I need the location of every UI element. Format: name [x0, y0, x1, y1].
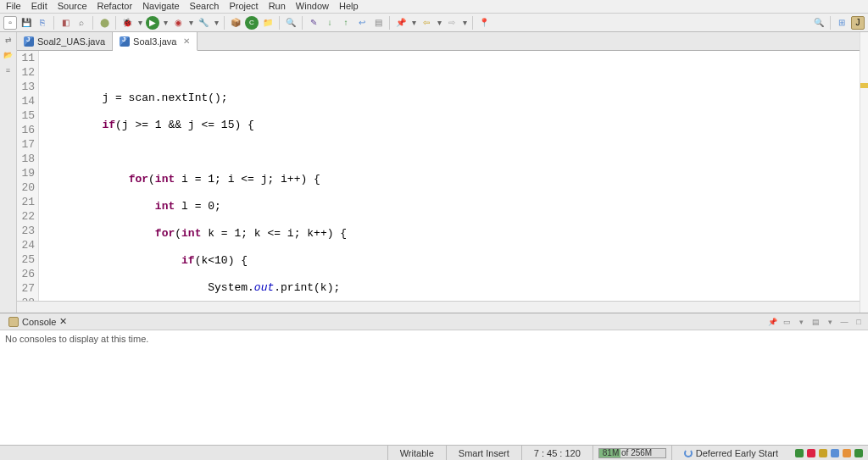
- pin-editor-icon[interactable]: 📍: [477, 16, 491, 30]
- toggle-mark-icon[interactable]: ✎: [307, 16, 320, 30]
- new-package-icon[interactable]: 📦: [229, 16, 242, 30]
- tray-icon[interactable]: [843, 449, 851, 457]
- console-icon: [8, 317, 19, 327]
- perspective-icon[interactable]: ⊞: [835, 16, 849, 30]
- separator: [92, 16, 93, 30]
- tray-icon[interactable]: [795, 449, 804, 457]
- dropdown-icon[interactable]: ▾: [410, 16, 417, 30]
- status-cursor-pos: 7 : 45 : 120: [521, 446, 593, 460]
- tray-icon[interactable]: [807, 449, 815, 457]
- new-class-icon[interactable]: C: [245, 16, 259, 30]
- menu-refactor[interactable]: Refactor: [93, 1, 137, 12]
- open-type-icon[interactable]: ⌕: [75, 16, 88, 30]
- separator: [472, 16, 473, 30]
- minimize-icon[interactable]: —: [838, 316, 850, 328]
- last-edit-icon[interactable]: ↩: [355, 16, 369, 30]
- menu-run[interactable]: Run: [264, 1, 290, 12]
- menu-search[interactable]: Search: [186, 1, 224, 12]
- status-writable: Writable: [387, 446, 446, 460]
- horizontal-scrollbar[interactable]: [17, 301, 860, 313]
- line-gutter: 1112131415 1617181920 2122232425 2627282…: [17, 51, 39, 301]
- run-icon[interactable]: ▶: [146, 16, 159, 30]
- minimize-icon[interactable]: ⇄: [3, 36, 14, 47]
- back-icon[interactable]: ⇦: [420, 16, 433, 30]
- toggle-block-icon[interactable]: ▤: [371, 16, 385, 30]
- dropdown-icon[interactable]: ▾: [162, 16, 169, 30]
- console-view: Console ✕ 📌 ▭ ▾ ▤ ▾ — □ No consoles to d…: [0, 313, 868, 445]
- prev-annotation-icon[interactable]: ↑: [339, 16, 353, 30]
- quick-access-icon[interactable]: 🔍: [812, 16, 826, 30]
- dropdown-icon[interactable]: ▾: [213, 16, 220, 30]
- new-folder-icon[interactable]: 📁: [261, 16, 275, 30]
- dropdown-icon[interactable]: ▾: [436, 16, 442, 30]
- editor-tab-soal2[interactable]: Soal2_UAS.java: [17, 32, 113, 50]
- save-icon[interactable]: 💾: [19, 16, 33, 30]
- code-editor[interactable]: 1112131415 1617181920 2122232425 2627282…: [17, 51, 860, 301]
- status-deferred: Deferred Early Start: [671, 446, 790, 460]
- dropdown-icon[interactable]: ▾: [824, 316, 836, 328]
- dropdown-icon[interactable]: ▾: [187, 16, 194, 30]
- external-tools-icon[interactable]: 🔧: [197, 16, 210, 30]
- display-console-icon[interactable]: ▭: [781, 316, 793, 328]
- separator: [302, 16, 303, 30]
- dropdown-icon[interactable]: ▾: [795, 316, 807, 328]
- status-heap[interactable]: 81M of 256M: [593, 446, 671, 460]
- skip-breakpoints-icon[interactable]: ⬤: [97, 16, 111, 30]
- editor-tab-row: Soal2_UAS.java Soal3.java ✕: [17, 32, 860, 51]
- dropdown-icon[interactable]: ▾: [461, 16, 468, 30]
- separator: [830, 16, 831, 30]
- overview-ruler[interactable]: [860, 32, 868, 313]
- package-explorer-icon[interactable]: 📂: [3, 51, 14, 63]
- editor-tab-soal3[interactable]: Soal3.java ✕: [113, 32, 198, 51]
- build-icon[interactable]: ◧: [58, 16, 72, 30]
- pin-icon[interactable]: 📌: [394, 16, 408, 30]
- menu-navigate[interactable]: Navigate: [138, 1, 183, 12]
- maximize-icon[interactable]: □: [853, 316, 865, 328]
- menu-file[interactable]: File: [2, 1, 25, 12]
- pin-console-icon[interactable]: 📌: [766, 316, 778, 328]
- console-toolbar: 📌 ▭ ▾ ▤ ▾ — □: [766, 316, 865, 328]
- console-tab[interactable]: Console ✕: [3, 314, 72, 329]
- dropdown-icon[interactable]: ▾: [136, 16, 143, 30]
- tray-icon[interactable]: [854, 449, 863, 457]
- warning-marker[interactable]: [860, 83, 868, 88]
- console-message: No consoles to display at this time.: [5, 334, 148, 344]
- tab-label: Soal3.java: [133, 36, 176, 47]
- workspace: ⇄ 📂 ≡ Soal2_UAS.java Soal3.java ✕ ▴▾ 111…: [0, 32, 868, 445]
- open-console-icon[interactable]: ▤: [810, 316, 821, 328]
- tab-label: Soal2_UAS.java: [37, 36, 105, 47]
- outline-rail-icon[interactable]: ≡: [3, 66, 14, 78]
- console-tab-row: Console ✕ 📌 ▭ ▾ ▤ ▾ — □: [0, 313, 868, 330]
- menu-project[interactable]: Project: [225, 1, 262, 12]
- editor-main: Soal2_UAS.java Soal3.java ✕ ▴▾ 111213141…: [17, 32, 860, 313]
- menu-source[interactable]: Source: [53, 1, 92, 12]
- close-icon[interactable]: ✕: [183, 36, 190, 46]
- heap-bar[interactable]: 81M of 256M: [598, 448, 666, 458]
- menu-window[interactable]: Window: [292, 1, 333, 12]
- separator: [53, 16, 54, 30]
- new-icon[interactable]: ▫: [3, 16, 17, 30]
- separator: [389, 16, 390, 30]
- java-perspective-icon[interactable]: J: [851, 16, 865, 30]
- forward-icon[interactable]: ⇨: [445, 16, 459, 30]
- menu-edit[interactable]: Edit: [27, 1, 52, 12]
- save-all-icon[interactable]: ⎘: [36, 16, 49, 30]
- code-content[interactable]: j = scan.nextInt(); if(j >= 1 && j <= 15…: [39, 51, 860, 301]
- tray-icon[interactable]: [831, 449, 839, 457]
- separator: [279, 16, 280, 30]
- separator: [115, 16, 116, 30]
- debug-icon[interactable]: 🐞: [120, 16, 134, 30]
- status-tray: [790, 449, 868, 457]
- editor-area: ⇄ 📂 ≡ Soal2_UAS.java Soal3.java ✕ ▴▾ 111…: [0, 32, 868, 313]
- next-annotation-icon[interactable]: ↓: [323, 16, 337, 30]
- console-body: No consoles to display at this time.: [0, 330, 868, 445]
- menu-help[interactable]: Help: [335, 1, 363, 12]
- status-insert-mode: Smart Insert: [446, 446, 521, 460]
- close-icon[interactable]: ✕: [59, 316, 67, 327]
- tray-icon[interactable]: [819, 449, 827, 457]
- coverage-icon[interactable]: ◉: [171, 16, 185, 30]
- main-toolbar: ▫ 💾 ⎘ ◧ ⌕ ⬤ 🐞 ▾ ▶ ▾ ◉ ▾ 🔧 ▾ 📦 C 📁 🔍 ✎ ↓ …: [0, 14, 868, 32]
- separator: [224, 16, 225, 30]
- search-icon[interactable]: 🔍: [284, 16, 298, 30]
- java-file-icon: [24, 36, 34, 47]
